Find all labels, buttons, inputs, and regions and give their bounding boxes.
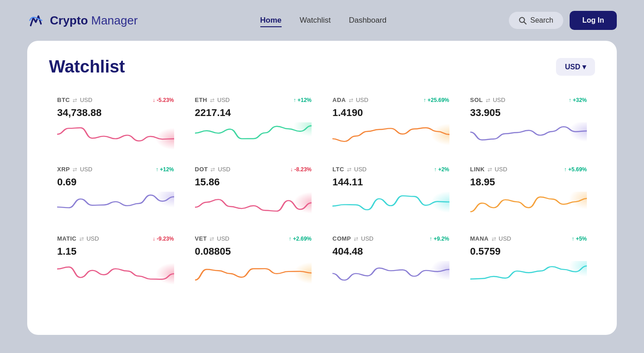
change-badge: +12%	[293, 97, 312, 103]
crypto-card[interactable]: SOL ⇄ USD +32% 33.905	[462, 89, 595, 154]
svg-point-12	[431, 261, 449, 280]
chart-area	[470, 192, 587, 219]
pair-currency: USD	[87, 235, 99, 242]
swap-icon: ⇄	[347, 166, 351, 173]
coin-name: MANA	[470, 235, 489, 242]
swap-icon: ⇄	[210, 236, 214, 242]
crypto-card-header: BTC ⇄ USD -5.23%	[57, 97, 174, 103]
change-badge: +9.2%	[429, 236, 449, 242]
chart-area	[332, 192, 449, 219]
coin-name: VET	[195, 235, 207, 242]
chart-area	[332, 261, 449, 288]
sparkline-chart	[195, 122, 312, 150]
swap-icon: ⇄	[492, 236, 496, 242]
nav-home[interactable]: Home	[260, 16, 282, 27]
coin-name: LINK	[470, 166, 485, 173]
crypto-card-header: SOL ⇄ USD +32%	[470, 97, 587, 103]
crypto-card-header: ADA ⇄ USD +25.69%	[332, 97, 449, 103]
chart-area	[195, 122, 312, 150]
sparkline-chart	[470, 261, 587, 288]
logo-icon	[27, 12, 44, 29]
logo[interactable]: Crypto Manager	[27, 12, 138, 29]
svg-point-3	[293, 122, 312, 136]
coin-name: SOL	[470, 97, 483, 103]
pair-currency: USD	[361, 235, 373, 242]
pair-currency: USD	[495, 166, 507, 173]
swap-icon: ⇄	[210, 97, 215, 103]
swap-icon: ⇄	[73, 166, 77, 173]
pair-currency: USD	[354, 166, 366, 173]
search-label: Search	[530, 16, 553, 24]
chart-area	[57, 122, 174, 150]
logo-manager-text: Manager	[88, 14, 138, 27]
sparkline-chart	[470, 192, 587, 219]
coin-price: 1.15	[57, 246, 174, 257]
crypto-card[interactable]: ADA ⇄ USD +25.69% 1.4190	[324, 89, 458, 154]
navbar: Crypto Manager Home Watchlist Dashboard …	[0, 0, 644, 41]
currency-selector[interactable]: USD ▾	[556, 58, 595, 76]
crypto-card-header: VET ⇄ USD +2.69%	[195, 235, 312, 242]
chart-area	[195, 261, 312, 288]
change-badge: +2.69%	[289, 236, 312, 242]
svg-point-13	[569, 261, 587, 277]
change-badge: +5%	[571, 236, 587, 242]
search-button[interactable]: Search	[509, 12, 563, 29]
crypto-grid: BTC ⇄ USD -5.23% 34,738.88 ETH ⇄ USD	[49, 89, 595, 293]
coin-price: 1.4190	[332, 107, 449, 119]
pair-currency: USD	[218, 166, 230, 173]
crypto-card[interactable]: XRP ⇄ USD +12% 0.69	[49, 159, 182, 223]
chart-area	[57, 192, 174, 219]
nav-watchlist[interactable]: Watchlist	[300, 16, 331, 26]
coin-name: XRP	[57, 166, 70, 173]
coin-price: 2217.14	[195, 107, 312, 119]
logo-crypto-text: Crypto	[50, 14, 88, 27]
nav-actions: Search Log In	[509, 11, 617, 30]
main-card: Watchlist USD ▾ BTC ⇄ USD -5.23% 34,738.…	[27, 41, 617, 335]
swap-icon: ⇄	[486, 97, 490, 103]
sparkline-chart	[195, 192, 312, 219]
change-badge: -9.23%	[152, 236, 174, 242]
sparkline-chart	[57, 192, 174, 219]
svg-line-1	[524, 22, 526, 24]
chart-area	[332, 122, 449, 150]
crypto-card[interactable]: DOT ⇄ USD -8.23% 15.86	[187, 159, 320, 223]
swap-icon: ⇄	[349, 97, 353, 103]
crypto-card[interactable]: ETH ⇄ USD +12% 2217.14	[187, 89, 320, 154]
coin-name: ADA	[332, 97, 346, 103]
crypto-card[interactable]: VET ⇄ USD +2.69% 0.08805	[187, 228, 320, 293]
swap-icon: ⇄	[354, 236, 358, 242]
crypto-card[interactable]: LTC ⇄ USD +2% 144.11	[324, 159, 458, 223]
pair-currency: USD	[217, 235, 229, 242]
crypto-card[interactable]: MATIC ⇄ USD -9.23% 1.15	[49, 228, 182, 293]
crypto-card[interactable]: LINK ⇄ USD +5.69% 18.95	[462, 159, 595, 223]
sparkline-chart	[332, 122, 449, 150]
coin-name: COMP	[332, 235, 351, 242]
change-badge: +25.69%	[423, 97, 449, 103]
currency-label: USD ▾	[565, 63, 586, 71]
change-badge: +12%	[156, 166, 174, 173]
crypto-card-header: XRP ⇄ USD +12%	[57, 166, 174, 173]
coin-name: DOT	[195, 166, 208, 173]
change-badge: -8.23%	[290, 166, 312, 173]
coin-price: 404.48	[332, 246, 449, 257]
pair-currency: USD	[80, 97, 92, 103]
svg-point-9	[569, 192, 587, 209]
nav-links: Home Watchlist Dashboard	[260, 16, 387, 25]
change-badge: +5.69%	[564, 166, 587, 173]
pair-currency: USD	[499, 235, 511, 242]
coin-price: 18.95	[470, 176, 587, 188]
coin-price: 15.86	[195, 176, 312, 188]
change-badge: +2%	[434, 166, 449, 173]
sparkline-chart	[332, 261, 449, 288]
crypto-card[interactable]: BTC ⇄ USD -5.23% 34,738.88	[49, 89, 182, 154]
nav-dashboard[interactable]: Dashboard	[349, 16, 386, 26]
login-button[interactable]: Log In	[570, 11, 617, 30]
crypto-card[interactable]: COMP ⇄ USD +9.2% 404.48	[324, 228, 458, 293]
crypto-card[interactable]: MANA ⇄ USD +5% 0.5759	[462, 228, 595, 293]
chart-area	[470, 122, 587, 150]
crypto-card-header: LTC ⇄ USD +2%	[332, 166, 449, 173]
crypto-card-header: DOT ⇄ USD -8.23%	[195, 166, 312, 173]
coin-price: 144.11	[332, 176, 449, 188]
crypto-card-header: MATIC ⇄ USD -9.23%	[57, 235, 174, 242]
pair-currency: USD	[356, 97, 368, 103]
